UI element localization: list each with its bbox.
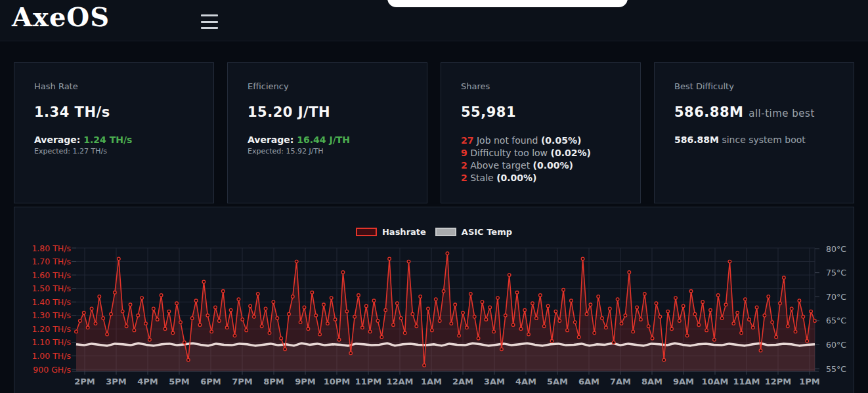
- browser-overlay-pill: [387, 0, 628, 7]
- hash-rate-card: Hash Rate 1.34 TH/s Average: 1.24 TH/s E…: [14, 62, 214, 203]
- best-difficulty-value: 586.88M all-time best: [674, 104, 834, 120]
- legend-item-hashrate[interactable]: Hashrate: [356, 227, 426, 237]
- y-left-tick: 900 GH/s: [33, 365, 71, 375]
- shares-title: Shares: [461, 81, 620, 91]
- x-tick: 5AM: [547, 377, 568, 386]
- x-tick: 1AM: [421, 377, 442, 386]
- reject-stale: 2 Stale (0.00%): [461, 172, 620, 184]
- y-right-tick: 80°C: [826, 244, 846, 254]
- hash-rate-average: Average: 1.24 TH/s: [34, 134, 194, 145]
- efficiency-average-value: 16.44 J/TH: [297, 134, 350, 145]
- x-tick: 9AM: [673, 377, 694, 386]
- x-tick: 7AM: [610, 377, 631, 386]
- hash-rate-value: 1.34 TH/s: [34, 104, 194, 120]
- asic-temp-area: [76, 343, 815, 371]
- x-tick: 1PM: [799, 377, 820, 386]
- efficiency-average: Average: 16.44 J/TH: [248, 134, 407, 145]
- x-tick: 4AM: [515, 377, 536, 386]
- y-axis-left-labels: 1.80 TH/s1.70 TH/s1.60 TH/s1.50 TH/s1.40…: [32, 243, 71, 375]
- x-tick: 10PM: [324, 377, 351, 386]
- y-left-tick: 1.00 TH/s: [32, 351, 71, 361]
- axeos-logo: AxeOS: [12, 1, 110, 32]
- x-tick: 4PM: [137, 377, 158, 386]
- x-tick: 2AM: [452, 377, 473, 386]
- efficiency-card: Efficiency 15.20 J/TH Average: 16.44 J/T…: [227, 62, 427, 203]
- y-axis-right-labels: 80°C75°C70°C65°C60°C55°C: [826, 244, 846, 374]
- hamburger-menu-icon[interactable]: [201, 13, 219, 30]
- y-left-tick: 1.60 TH/s: [32, 270, 71, 280]
- hashrate-chart-card: 1.80 TH/s1.70 TH/s1.60 TH/s1.50 TH/s1.40…: [14, 207, 854, 393]
- hashrate-swatch-icon: [356, 228, 377, 236]
- x-tick: 7PM: [232, 377, 253, 386]
- y-left-tick: 1.10 TH/s: [32, 337, 71, 347]
- legend-item-asic-temp[interactable]: ASIC Temp: [435, 227, 512, 237]
- chart-legend: Hashrate ASIC Temp: [14, 227, 854, 237]
- y-left-tick: 1.20 TH/s: [32, 324, 71, 334]
- x-tick: 5PM: [169, 377, 190, 386]
- since-boot-line: 586.88M since system boot: [674, 134, 834, 145]
- x-tick: 11PM: [355, 377, 382, 386]
- x-tick: 2PM: [74, 377, 95, 386]
- stat-cards-row: Hash Rate 1.34 TH/s Average: 1.24 TH/s E…: [14, 62, 854, 197]
- y-right-tick: 65°C: [826, 316, 846, 325]
- x-tick: 6AM: [578, 377, 599, 386]
- efficiency-title: Efficiency: [248, 81, 407, 91]
- x-tick: 8AM: [641, 377, 662, 386]
- y-left-tick: 1.80 TH/s: [32, 243, 71, 253]
- shares-value: 55,981: [461, 104, 620, 120]
- asic-temp-swatch-icon: [435, 228, 456, 236]
- x-tick: 3PM: [106, 377, 127, 386]
- y-left-tick: 1.40 TH/s: [32, 297, 71, 307]
- efficiency-expected: Expected: 15.92 J/TH: [248, 147, 407, 155]
- y-right-tick: 70°C: [826, 292, 846, 302]
- x-tick: 3AM: [484, 377, 505, 386]
- x-tick: 8PM: [263, 377, 284, 386]
- reject-difficulty-too-low: 9 Difficulty too low (0.02%): [461, 147, 620, 159]
- reject-above-target: 2 Above target (0.00%): [461, 159, 620, 172]
- all-time-best-suffix: all-time best: [749, 108, 815, 119]
- x-axis-labels: 2PM3PM4PM5PM6PM7PM8PM9PM10PM11PM12AM1AM2…: [74, 377, 820, 386]
- x-tick: 6PM: [200, 377, 221, 386]
- reject-job-not-found: 27 Job not found (0.05%): [461, 134, 620, 147]
- y-right-tick: 60°C: [826, 340, 846, 350]
- x-tick: 10AM: [701, 377, 728, 386]
- y-right-tick: 55°C: [826, 364, 846, 374]
- y-left-tick: 1.50 TH/s: [32, 283, 71, 293]
- hash-rate-average-value: 1.24 TH/s: [83, 134, 132, 145]
- x-tick: 12AM: [386, 377, 413, 386]
- hash-rate-title: Hash Rate: [34, 81, 194, 91]
- y-left-tick: 1.70 TH/s: [32, 257, 71, 266]
- x-tick: 11AM: [733, 377, 760, 386]
- best-difficulty-card: Best Difficulty 586.88M all-time best 58…: [654, 62, 854, 203]
- x-tick: 9PM: [295, 377, 316, 386]
- hash-rate-expected: Expected: 1.27 TH/s: [34, 147, 194, 155]
- shares-card: Shares 55,981 27 Job not found (0.05%) 9…: [441, 62, 641, 203]
- y-left-tick: 1.30 TH/s: [32, 310, 71, 320]
- y-right-tick: 75°C: [826, 268, 846, 278]
- efficiency-value: 15.20 J/TH: [248, 104, 407, 120]
- best-difficulty-title: Best Difficulty: [674, 81, 834, 91]
- x-tick: 12PM: [765, 377, 792, 386]
